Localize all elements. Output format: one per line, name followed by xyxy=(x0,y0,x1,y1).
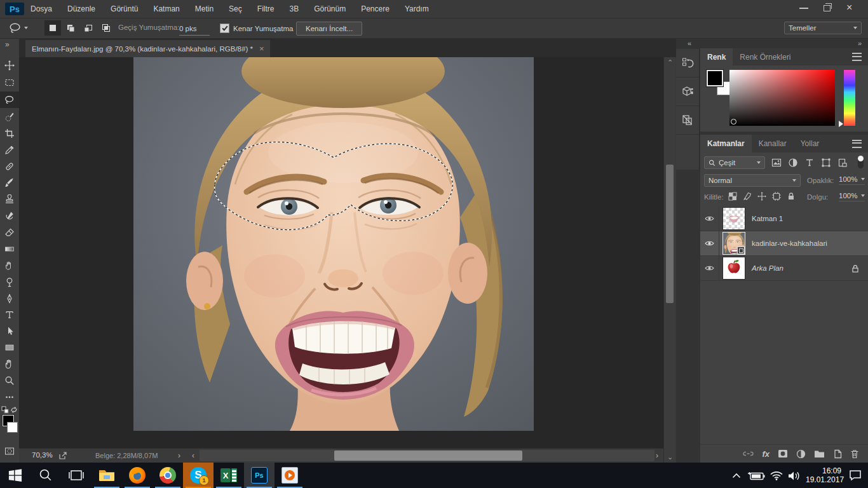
layer-thumbnail[interactable] xyxy=(722,232,745,255)
excel-button[interactable]: X xyxy=(214,463,244,488)
layer-row-arka-plan[interactable]: Arka Plan xyxy=(700,256,868,281)
dodge-tool[interactable] xyxy=(0,274,19,290)
layer-style-fx-icon[interactable]: fx xyxy=(762,449,770,459)
menu-gorunum[interactable]: Görünüm xyxy=(314,4,346,13)
brush-tool[interactable] xyxy=(0,175,19,191)
close-button[interactable]: × xyxy=(846,2,852,13)
filter-shape-layers-icon[interactable] xyxy=(821,158,831,168)
hscroll-thumb[interactable] xyxy=(334,451,522,461)
tab-renk-ornekleri[interactable]: Renk Örnekleri xyxy=(733,48,797,65)
visibility-toggle[interactable] xyxy=(700,231,719,255)
filter-adjustment-layers-icon[interactable] xyxy=(788,158,798,168)
pen-tool[interactable] xyxy=(0,290,19,307)
clone-stamp-tool[interactable] xyxy=(0,191,19,208)
file-explorer-button[interactable] xyxy=(92,463,122,488)
new-group-icon[interactable] xyxy=(814,449,825,458)
lock-transparency-icon[interactable] xyxy=(728,192,737,201)
link-layers-icon[interactable] xyxy=(743,450,754,458)
zoom-tool[interactable] xyxy=(0,372,19,389)
menu-goruntu[interactable]: Görüntü xyxy=(111,4,138,13)
filter-smart-objects-icon[interactable] xyxy=(837,158,848,168)
layers-panel-menu-icon[interactable] xyxy=(852,140,862,148)
add-mask-icon[interactable] xyxy=(778,449,788,458)
color-gradient-box[interactable] xyxy=(729,70,835,126)
hscroll-right-icon[interactable]: › xyxy=(656,451,658,460)
minimize-button[interactable] xyxy=(799,8,808,9)
workspace-select[interactable]: Temeller xyxy=(784,22,862,34)
action-center-icon[interactable] xyxy=(849,470,862,481)
menu-metin[interactable]: Metin xyxy=(195,4,214,13)
layer-row-kadinlar[interactable]: kadinlar-ve-kahkahalari xyxy=(700,231,868,256)
hand-tool[interactable] xyxy=(0,356,19,372)
quick-mask-button[interactable] xyxy=(0,443,19,459)
battery-icon[interactable] xyxy=(747,471,765,480)
video-player-button[interactable] xyxy=(275,463,305,488)
clone-source-panel-button[interactable] xyxy=(676,106,699,135)
volume-icon[interactable] xyxy=(788,471,801,481)
rectangle-tool[interactable] xyxy=(0,339,19,356)
layer-thumbnail[interactable] xyxy=(722,207,745,230)
chrome-button[interactable] xyxy=(153,463,183,488)
zoom-level[interactable]: 70,3% xyxy=(32,451,53,459)
marquee-tool[interactable] xyxy=(0,74,19,91)
skype-button[interactable]: S 1 xyxy=(183,463,214,488)
history-panel-button[interactable] xyxy=(676,49,699,78)
edit-toolbar-ellipsis[interactable] xyxy=(0,389,19,405)
menu-3b[interactable]: 3B xyxy=(289,4,299,13)
export-icon[interactable] xyxy=(58,451,67,460)
color-panel-menu-icon[interactable] xyxy=(852,53,862,61)
menu-sec[interactable]: Seç xyxy=(229,4,242,13)
lock-all-icon[interactable] xyxy=(787,192,796,201)
3d-panel-button[interactable] xyxy=(676,78,699,106)
filter-pixel-layers-icon[interactable] xyxy=(771,158,782,168)
blend-mode-select[interactable]: Normal xyxy=(704,174,801,187)
canvas-pasteboard[interactable] xyxy=(19,57,663,448)
document-close-icon[interactable]: × xyxy=(259,44,264,53)
hue-slider-arrow[interactable] xyxy=(839,121,843,127)
type-tool[interactable] xyxy=(0,306,19,323)
photoshop-taskbar-button[interactable]: Ps xyxy=(244,463,275,488)
dock-collapse-icon[interactable]: « xyxy=(688,39,691,47)
vscroll-down-icon[interactable]: ⌄ xyxy=(667,453,673,461)
status-popup-arrow[interactable]: › xyxy=(178,451,180,460)
menu-dosya[interactable]: Dosya xyxy=(31,4,52,13)
lock-artboard-icon[interactable] xyxy=(772,192,781,201)
dock-expand-icon[interactable]: » xyxy=(858,39,862,47)
eraser-tool[interactable] xyxy=(0,224,19,241)
layer-thumbnail[interactable] xyxy=(722,257,745,280)
panel-foreground-swatch[interactable] xyxy=(707,70,723,86)
new-layer-icon[interactable] xyxy=(833,449,842,459)
menu-katman[interactable]: Katman xyxy=(153,4,179,13)
add-selection-button[interactable] xyxy=(62,20,79,36)
background-color-swatch[interactable] xyxy=(7,422,18,433)
taskbar-search-button[interactable] xyxy=(31,463,61,488)
history-brush-tool[interactable] xyxy=(0,208,19,224)
hue-strip[interactable] xyxy=(844,70,855,126)
restore-icon[interactable] xyxy=(824,5,831,11)
hscroll-left-icon[interactable]: ‹ xyxy=(192,451,194,460)
task-view-button[interactable] xyxy=(61,463,92,488)
swap-colors-icon[interactable] xyxy=(10,406,18,414)
lasso-tool[interactable] xyxy=(0,92,19,108)
clock[interactable]: 16:09 19.01.2017 xyxy=(806,466,841,484)
path-selection-tool[interactable] xyxy=(0,323,19,339)
new-selection-button[interactable] xyxy=(44,20,61,36)
tab-renk[interactable]: Renk xyxy=(700,48,733,65)
subtract-selection-button[interactable] xyxy=(80,20,97,36)
wifi-icon[interactable] xyxy=(770,471,783,480)
antialias-checkbox[interactable] xyxy=(220,24,229,33)
layer-name[interactable]: Katman 1 xyxy=(752,215,783,222)
tab-kanallar[interactable]: Kanallar xyxy=(752,135,794,152)
refine-edge-button[interactable]: Kenarı İncelt... xyxy=(296,22,362,36)
document-tab[interactable]: Elmanın-Faydaları.jpg @ 70,3% (kadinlar-… xyxy=(25,40,270,57)
photo-image[interactable] xyxy=(133,57,534,431)
menu-filtre[interactable]: Filtre xyxy=(257,4,275,13)
vscroll-up-icon[interactable]: ⌃ xyxy=(667,58,673,67)
lock-position-icon[interactable] xyxy=(757,192,766,201)
start-button[interactable] xyxy=(0,463,31,488)
vscroll-thumb[interactable] xyxy=(666,165,674,303)
menu-pencere[interactable]: Pencere xyxy=(361,4,390,13)
menu-duzenle[interactable]: Düzenle xyxy=(67,4,95,13)
tab-yollar[interactable]: Yollar xyxy=(794,135,827,152)
gradient-tool[interactable] xyxy=(0,241,19,257)
